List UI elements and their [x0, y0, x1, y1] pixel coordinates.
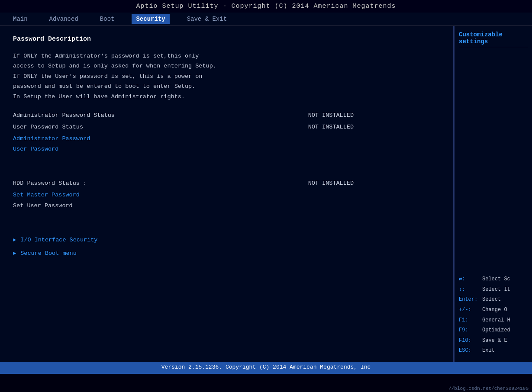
key-row-esc: ESC: Exit [459, 346, 528, 356]
divider-1 [13, 161, 440, 172]
watermark: //blog.csdn.net/chen30924190 [448, 386, 529, 391]
set-master-password-link[interactable]: Set Master Password [13, 190, 440, 200]
description-text: If ONLY the Administrator's password is … [13, 51, 440, 102]
key-row-enter: Enter: Select [459, 295, 528, 305]
user-password-link[interactable]: User Password [13, 145, 440, 154]
key-row-change: +/-: Change O [459, 305, 528, 315]
arrow-icon-1: ► [13, 236, 16, 244]
hdd-password-status-row: HDD Password Status : NOT INSTALLED [13, 179, 440, 189]
secure-boot-menu-label: Secure Boot menu [20, 249, 77, 259]
key-help: ⇄: Select Sc ↕: Select It Enter: Select … [459, 275, 528, 357]
desc-line-4: password and must be entered to boot to … [13, 81, 440, 92]
nav-boot[interactable]: Boot [96, 14, 119, 24]
title-bar: Aptio Setup Utility - Copyright (C) 2014… [0, 0, 532, 13]
user-password-status-value: NOT INSTALLED [308, 122, 354, 132]
admin-password-status-value: NOT INSTALLED [308, 111, 354, 121]
key-row-select-screen: ⇄: Select Sc [459, 275, 528, 284]
nav-bar: Main Advanced Boot Security Save & Exit [0, 13, 532, 26]
content-panel: Password Description If ONLY the Adminis… [0, 26, 454, 362]
key-row-select-item: ↕: Select It [459, 285, 528, 295]
admin-password-status-label: Administrator Password Status [13, 111, 115, 121]
main-area: Password Description If ONLY the Adminis… [0, 26, 532, 362]
desc-line-5: In Setup the User will have Administrato… [13, 92, 440, 102]
key-row-f9: F9: Optimized [459, 326, 528, 335]
user-password-status-label: User Password Status [13, 122, 83, 132]
user-password-status-row: User Password Status NOT INSTALLED [13, 122, 440, 132]
desc-line-1: If ONLY the Administrator's password is … [13, 51, 440, 61]
hdd-password-status-value: NOT INSTALLED [308, 179, 354, 189]
divider-2 [13, 218, 440, 228]
set-user-password-label: Set User Password [13, 201, 440, 211]
nav-save-exit[interactable]: Save & Exit [183, 14, 231, 24]
admin-password-status-row: Administrator Password Status NOT INSTAL… [13, 111, 440, 121]
version-text: Version 2.15.1236. Copyright (C) 2014 Am… [161, 364, 371, 370]
bios-screen: Aptio Setup Utility - Copyright (C) 2014… [0, 0, 532, 392]
admin-password-link[interactable]: Administrator Password [13, 134, 440, 144]
sidebar-panel: Customizable settings ⇄: Select Sc ↕: Se… [454, 26, 532, 362]
desc-line-3: If ONLY the User's password is set, this… [13, 71, 440, 82]
hdd-password-status-label: HDD Password Status : [13, 179, 87, 189]
status-bar: Version 2.15.1236. Copyright (C) 2014 Am… [0, 362, 532, 374]
sidebar-title: Customizable settings [459, 31, 528, 47]
secure-boot-menu-item[interactable]: ► Secure Boot menu [13, 249, 440, 259]
nav-security[interactable]: Security [132, 14, 169, 24]
key-row-f10: F10: Save & E [459, 336, 528, 346]
nav-advanced[interactable]: Advanced [45, 14, 83, 24]
io-interface-security-label: I/O Interface Security [20, 235, 97, 245]
key-row-f1: F1: General H [459, 316, 528, 325]
desc-line-2: access to Setup and is only asked for wh… [13, 61, 440, 71]
app-title: Aptio Setup Utility - Copyright (C) 2014… [136, 3, 396, 10]
arrow-icon-2: ► [13, 249, 16, 258]
io-interface-security-item[interactable]: ► I/O Interface Security [13, 235, 440, 245]
nav-main[interactable]: Main [9, 14, 32, 24]
section-title: Password Description [13, 34, 440, 45]
